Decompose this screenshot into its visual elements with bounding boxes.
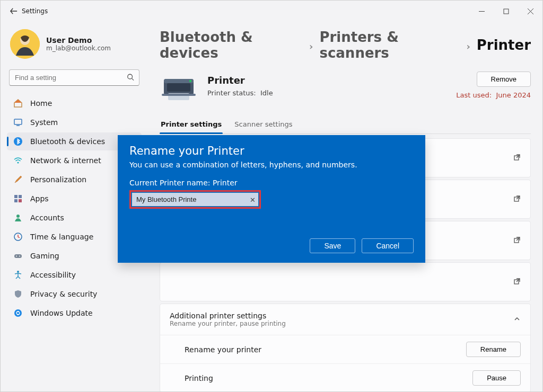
- breadcrumb-current: Printer: [477, 37, 531, 53]
- sidebar-item-label: Windows Update: [30, 309, 93, 317]
- update-icon: [13, 308, 23, 318]
- search-input[interactable]: [9, 69, 139, 86]
- window-title: Settings: [22, 7, 48, 15]
- sidebar-item-label: Personalization: [30, 175, 86, 184]
- external-link-icon: [513, 195, 521, 204]
- svg-rect-28: [162, 94, 196, 96]
- svg-point-6: [128, 74, 133, 79]
- printer-icon: [160, 72, 198, 103]
- back-button[interactable]: [10, 7, 17, 15]
- breadcrumb: Bluetooth & devices › Printers & scanner…: [160, 26, 531, 72]
- svg-rect-1: [504, 9, 509, 14]
- sidebar-item-label: Accounts: [30, 213, 64, 222]
- profile[interactable]: User Demo m_lab@outlook.com: [7, 27, 142, 68]
- close-button[interactable]: [518, 1, 542, 22]
- printer-header: Printer Printer status: Idle Remove Last…: [160, 72, 531, 103]
- external-link-icon: [513, 154, 521, 163]
- svg-point-16: [16, 215, 20, 218]
- clear-input-icon[interactable]: ✕: [250, 195, 256, 203]
- sidebar-item-privacy[interactable]: Privacy & security: [7, 285, 142, 303]
- wifi-icon: [13, 156, 23, 165]
- tab-printer-settings[interactable]: Printer settings: [160, 116, 223, 133]
- chevron-right-icon: ›: [466, 41, 470, 52]
- sidebar-item-home[interactable]: Home: [7, 94, 142, 112]
- svg-rect-18: [14, 254, 22, 258]
- printer-name-input[interactable]: [132, 192, 259, 207]
- bluetooth-icon: [13, 137, 23, 146]
- additional-settings-subtitle: Rename your printer, pause printing: [170, 320, 286, 327]
- svg-point-11: [17, 162, 19, 164]
- paintbrush-icon: [13, 175, 23, 184]
- printing-row: Printing Pause: [160, 363, 530, 391]
- avatar: [10, 29, 40, 59]
- accessibility-icon: [13, 270, 23, 280]
- sidebar-item-label: Apps: [30, 194, 49, 203]
- system-icon: [13, 118, 23, 127]
- external-link-icon: [513, 236, 521, 245]
- chevron-right-icon: ›: [309, 41, 313, 52]
- dialog-current-name: Current Printer name: Printer: [129, 179, 414, 187]
- sidebar-item-label: Bluetooth & devices: [30, 137, 105, 146]
- home-icon: [13, 99, 23, 108]
- svg-rect-13: [19, 195, 22, 198]
- chevron-up-icon: [513, 315, 521, 325]
- gamepad-icon: [13, 251, 23, 261]
- svg-point-22: [14, 309, 22, 317]
- svg-rect-8: [14, 119, 22, 124]
- breadcrumb-bluetooth-devices[interactable]: Bluetooth & devices: [160, 29, 303, 61]
- save-button[interactable]: Save: [310, 238, 355, 253]
- additional-settings-group: Additional printer settings Rename your …: [160, 304, 531, 391]
- sidebar-item-label: Accessibility: [30, 271, 76, 279]
- sidebar-item-label: Home: [30, 99, 52, 108]
- tab-scanner-settings[interactable]: Scanner settings: [233, 116, 293, 133]
- apps-icon: [13, 194, 23, 203]
- svg-point-20: [19, 256, 20, 257]
- printer-name: Printer: [207, 75, 273, 86]
- svg-rect-14: [14, 199, 17, 202]
- settings-window: Settings User Demo m_lab@outlook.com: [0, 0, 543, 392]
- rename-button[interactable]: Rename: [466, 342, 521, 357]
- svg-point-21: [17, 271, 19, 273]
- sidebar-item-label: Time & language: [30, 233, 93, 241]
- svg-rect-15: [19, 199, 22, 202]
- svg-rect-12: [14, 195, 17, 198]
- sidebar-item-windows-update[interactable]: Windows Update: [7, 304, 142, 322]
- sidebar-item-label: Gaming: [30, 252, 59, 260]
- additional-settings-title: Additional printer settings: [170, 311, 286, 320]
- dialog-description: You can use a combination of letters, hy…: [129, 161, 414, 169]
- rename-label: Rename your printer: [185, 345, 261, 354]
- svg-line-7: [132, 78, 134, 81]
- maximize-button[interactable]: [494, 1, 518, 22]
- rename-dialog: Rename your Printer You can use a combin…: [118, 135, 425, 263]
- printing-label: Printing: [185, 374, 213, 382]
- profile-name: User Demo: [46, 36, 111, 44]
- shield-icon: [13, 289, 23, 299]
- sidebar-item-accessibility[interactable]: Accessibility: [7, 266, 142, 284]
- search-wrap: [9, 69, 139, 86]
- additional-settings-header[interactable]: Additional printer settings Rename your …: [160, 304, 530, 335]
- svg-point-19: [16, 256, 17, 257]
- svg-rect-25: [167, 83, 190, 92]
- minimize-button[interactable]: [469, 1, 494, 22]
- setting-row[interactable]: [160, 262, 531, 301]
- printer-status: Printer status: Idle: [207, 89, 273, 97]
- sidebar-item-system[interactable]: System: [7, 113, 142, 131]
- clock-icon: [13, 232, 23, 242]
- svg-rect-24: [164, 79, 194, 83]
- cancel-button[interactable]: Cancel: [362, 238, 414, 253]
- person-icon: [13, 213, 23, 222]
- input-highlight: ✕: [129, 190, 261, 209]
- dialog-title: Rename your Printer: [129, 145, 414, 157]
- breadcrumb-printers-scanners[interactable]: Printers & scanners: [319, 29, 460, 61]
- external-link-icon: [513, 278, 521, 287]
- remove-button[interactable]: Remove: [477, 72, 531, 87]
- sidebar-item-label: Network & internet: [30, 156, 101, 165]
- profile-email: m_lab@outlook.com: [46, 44, 111, 52]
- titlebar: Settings: [1, 1, 542, 22]
- tabs: Printer settings Scanner settings: [160, 116, 531, 134]
- sidebar-item-label: Privacy & security: [30, 290, 97, 298]
- pause-button[interactable]: Pause: [472, 370, 521, 386]
- svg-point-26: [189, 80, 191, 82]
- sidebar-item-label: System: [30, 118, 58, 127]
- search-icon: [127, 73, 134, 83]
